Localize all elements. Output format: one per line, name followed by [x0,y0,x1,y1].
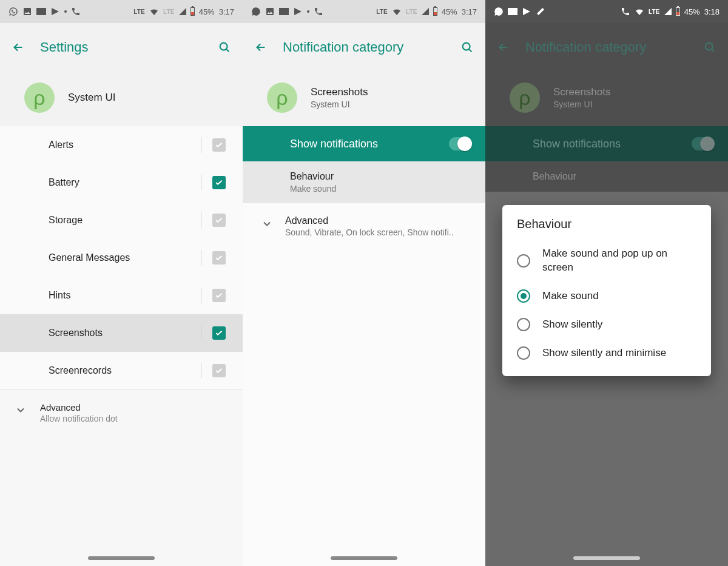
option-label: Make sound and pop up on screen [542,247,696,275]
play-icon [293,7,303,16]
lte-icon: LTE [376,8,388,15]
dot-icon [64,10,67,13]
category-checkbox[interactable] [212,326,226,340]
battery-percent: 45% [684,7,700,16]
app-icon [279,8,289,15]
category-checkbox[interactable] [212,289,226,302]
settings-screen: LTE LTE 45% 3:17 Settings ρ System UI Al… [0,0,243,566]
show-notifications-switch[interactable] [449,137,472,150]
clock: 3:17 [462,7,477,16]
category-checkbox[interactable] [212,364,226,377]
clock: 3:18 [704,7,720,16]
page-title: Notification category [516,39,698,55]
lte-icon-2: LTE [163,8,175,15]
wifi-icon [392,7,402,16]
call-icon [621,7,630,16]
call-icon [314,7,323,16]
behaviour-dialog: Behaviour Make sound and pop up on scree… [502,205,711,376]
lte-icon: LTE [133,8,145,15]
category-checkbox[interactable] [212,214,226,227]
svg-point-0 [220,43,228,50]
nav-pill[interactable] [331,556,397,560]
image-icon [265,7,275,16]
category-label: General Messages [49,252,130,263]
battery-icon [190,7,195,16]
advanced-subtitle: Sound, Vibrate, On lock screen, Show not… [285,227,454,237]
whatsapp-icon [251,7,261,16]
divider [201,363,201,379]
search-button[interactable] [212,35,237,59]
chevron-down-icon [261,218,273,230]
category-item[interactable]: Screenshots [0,314,243,352]
channel-name: Screenshots [553,86,611,98]
advanced-title: Advanced [285,215,454,226]
category-item[interactable]: Storage [0,201,243,239]
lte-icon-2: LTE [406,8,417,15]
wifi-icon [635,7,644,16]
app-icon [508,8,517,15]
channel-app: System UI [553,99,611,109]
nav-pill[interactable] [88,556,155,560]
category-item[interactable]: Screenrecords [0,352,243,389]
show-notifications-switch [692,137,715,150]
behaviour-option[interactable]: Show silently and minimise [513,339,700,368]
category-item[interactable]: Battery [0,164,243,201]
behaviour-title: Behaviour [533,171,715,182]
category-checkbox[interactable] [212,251,226,264]
category-label: Storage [49,215,83,226]
signal-icon [422,8,429,15]
whatsapp-icon [494,7,504,16]
advanced-section[interactable]: Advanced Allow notification dot [0,389,243,436]
advanced-section[interactable]: Advanced Sound, Vibrate, On lock screen,… [243,203,485,249]
app-avatar-icon: ρ [267,83,297,113]
advanced-subtitle: Allow notification dot [40,414,118,423]
divider [201,137,201,153]
notification-category-screen: LTE LTE 45% 3:17 Notification category ρ… [243,0,485,566]
app-avatar-icon: ρ [510,83,540,113]
option-label: Show silently and minimise [542,346,666,360]
app-avatar-icon: ρ [24,83,55,113]
channel-header: ρ Screenshots System UI [485,72,728,126]
category-checkbox[interactable] [212,138,226,152]
play-icon [522,7,531,16]
divider [201,288,201,303]
call-icon [71,7,81,16]
app-bar: Notification category [485,23,728,72]
status-bar: LTE 45% 3:18 [485,0,728,23]
category-checkbox[interactable] [212,176,226,189]
image-icon [22,7,32,16]
category-item[interactable]: General Messages [0,239,243,277]
behaviour-row[interactable]: Behaviour Make sound [243,161,485,203]
dialog-title: Behaviour [517,217,696,231]
behaviour-option[interactable]: Show silently [513,311,700,339]
behaviour-option[interactable]: Make sound and pop up on screen [513,240,700,282]
search-button[interactable] [455,35,479,59]
show-notifications-banner[interactable]: Show notifications [243,126,485,161]
option-label: Make sound [542,289,599,303]
back-button[interactable] [249,35,273,59]
app-bar: Notification category [243,23,485,72]
behaviour-title: Behaviour [290,171,472,182]
battery-percent: 45% [199,7,215,16]
category-item[interactable]: Hints [0,277,243,314]
advanced-title: Advanced [40,402,118,413]
battery-icon [433,7,437,16]
dot-icon [307,10,309,13]
category-item[interactable]: Alerts [0,126,243,164]
behaviour-dialog-screen: LTE 45% 3:18 Notification category ρ Scr… [485,0,728,566]
radio-icon [517,254,530,268]
behaviour-option[interactable]: Make sound [513,282,700,311]
divider [201,212,201,228]
search-button[interactable] [698,35,722,59]
divider [201,325,201,341]
divider [201,175,201,190]
back-button[interactable] [491,35,516,59]
app-icon [36,8,46,15]
nav-pill[interactable] [573,556,640,560]
category-label: Alerts [49,140,73,150]
wifi-icon [149,7,159,16]
page-title: Settings [30,39,212,55]
svg-point-1 [463,43,470,50]
behaviour-row: Behaviour [485,161,728,192]
back-button[interactable] [6,35,30,59]
